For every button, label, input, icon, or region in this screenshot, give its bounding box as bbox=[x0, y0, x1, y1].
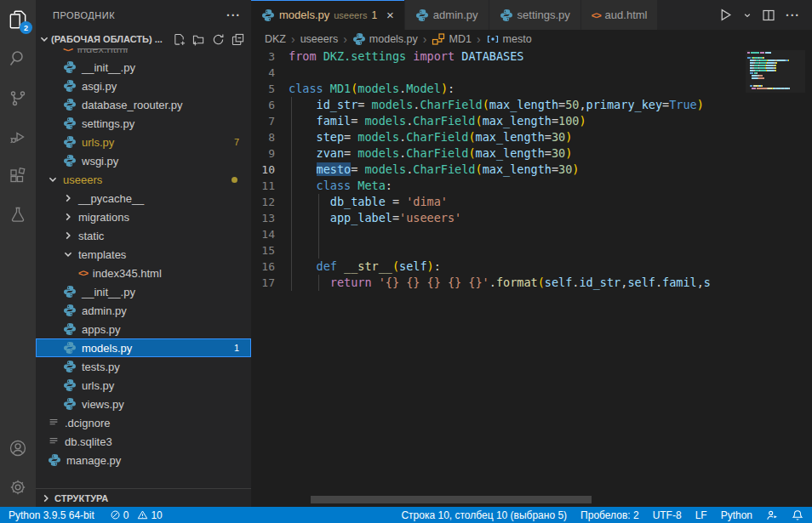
tree-item-admin-py[interactable]: admin.py bbox=[36, 301, 251, 320]
status-notifications[interactable] bbox=[792, 509, 803, 521]
new-file-button[interactable] bbox=[173, 33, 186, 46]
minimap-line bbox=[747, 70, 805, 71]
tree-item-label: db.sqlite3 bbox=[65, 435, 112, 448]
tab-settings-py[interactable]: settings.py bbox=[489, 0, 581, 30]
activity-explorer-button[interactable]: 2 bbox=[0, 0, 36, 39]
tab-admin-py[interactable]: admin.py bbox=[405, 0, 489, 30]
html-icon: <> bbox=[592, 10, 601, 20]
chevron-right-icon bbox=[41, 493, 51, 503]
run-button[interactable] bbox=[718, 8, 733, 22]
tab-aud-html[interactable]: <>aud.html bbox=[581, 0, 659, 30]
breadcrumb-item-useeers[interactable]: useeers bbox=[300, 33, 338, 45]
file-icon bbox=[48, 417, 60, 429]
tree-item-migrations[interactable]: migrations bbox=[36, 207, 251, 226]
activity-search-button[interactable] bbox=[0, 39, 36, 78]
code-line-7: 7 famil= models.CharField(max_length=100… bbox=[251, 113, 812, 129]
tree-item-apps-py[interactable]: apps.py bbox=[36, 320, 251, 338]
line-content: step= models.CharField(max_length=30) bbox=[289, 129, 572, 145]
error-count-label: 0 bbox=[123, 509, 129, 521]
indent-guide bbox=[291, 242, 292, 259]
tree-item-database-roouter-py[interactable]: database_roouter.py bbox=[36, 95, 251, 114]
tree-item-useeers[interactable]: useeers bbox=[36, 170, 251, 189]
collapse-all-button[interactable] bbox=[232, 33, 244, 46]
horizontal-scrollbar[interactable] bbox=[311, 496, 592, 503]
outline-section-header[interactable]: СТРУКТУРА bbox=[36, 488, 251, 507]
warning-count-label: 10 bbox=[151, 509, 162, 521]
python-icon bbox=[63, 341, 77, 355]
chevron-right-icon bbox=[63, 230, 73, 241]
breadcrumb-item-mesto[interactable]: mesto bbox=[486, 32, 532, 46]
tree-item-db-sqlite3[interactable]: db.sqlite3 bbox=[36, 432, 251, 451]
editor-group: models.pyuseeers1×admin.pysettings.py<>a… bbox=[251, 0, 812, 507]
tree-item-label: manage.py bbox=[66, 454, 121, 467]
status-eol[interactable]: LF bbox=[695, 509, 707, 521]
tree-item-templates[interactable]: templates bbox=[36, 245, 251, 264]
status-indentation[interactable]: Пробелов: 2 bbox=[580, 509, 639, 521]
activity-extensions-button[interactable] bbox=[0, 156, 36, 196]
tree-item-dcignore[interactable]: .dcignore bbox=[36, 413, 251, 432]
minimap-line bbox=[747, 65, 805, 66]
status-problems[interactable]: 010 bbox=[110, 509, 163, 521]
refresh-button[interactable] bbox=[212, 33, 225, 46]
problems-counts: 010 bbox=[110, 509, 163, 521]
tree-item-models-py[interactable]: models.py1 bbox=[36, 338, 251, 357]
tree-item-index345-html[interactable]: <>index345.html bbox=[36, 264, 251, 282]
code-line-4: 4 bbox=[251, 65, 812, 81]
error-icon bbox=[110, 509, 121, 520]
python-icon bbox=[415, 9, 429, 22]
status-cursor-position[interactable]: Строка 10, столбец 10 (выбрано 5) bbox=[401, 509, 567, 521]
code-line-3: 3from DKZ.settings import DATABASES bbox=[251, 48, 812, 65]
bell-icon bbox=[792, 509, 803, 521]
tab-models-py[interactable]: models.pyuseeers1× bbox=[251, 0, 405, 30]
status-encoding[interactable]: UTF-8 bbox=[653, 509, 682, 521]
activity-testing-button[interactable] bbox=[0, 196, 36, 235]
activity-settings-button[interactable] bbox=[0, 468, 36, 507]
line-content: class Meta: bbox=[289, 178, 392, 194]
workspace-section-label: (РАБОЧАЯ ОБЛАСТЬ) ... bbox=[51, 34, 163, 44]
more-actions-icon[interactable]: ··· bbox=[226, 9, 241, 22]
breadcrumb-item-models-py[interactable]: models.py bbox=[352, 32, 418, 46]
activity-account-button[interactable] bbox=[0, 429, 36, 468]
code-lines: 3from DKZ.settings import DATABASES45cla… bbox=[251, 48, 812, 291]
code-editor[interactable]: 3from DKZ.settings import DATABASES45cla… bbox=[251, 48, 812, 507]
tree-item-settings-py[interactable]: settings.py bbox=[36, 114, 251, 133]
tree-item-urls-py[interactable]: urls.py bbox=[36, 376, 251, 395]
tree-item-init-py[interactable]: __init__.py bbox=[36, 282, 251, 301]
status-language-mode[interactable]: Python bbox=[721, 509, 752, 521]
workspace-section-header[interactable]: (РАБОЧАЯ ОБЛАСТЬ) ... bbox=[36, 30, 251, 48]
split-editor-button[interactable] bbox=[762, 9, 775, 22]
new-folder-button[interactable] bbox=[192, 33, 205, 46]
line-number: 10 bbox=[251, 162, 289, 178]
tree-item-index-html[interactable]: <>index.html bbox=[36, 48, 251, 58]
indent-guide bbox=[318, 226, 319, 242]
status-feedback[interactable] bbox=[766, 509, 778, 521]
activity-source-control-button[interactable] bbox=[0, 78, 36, 117]
explorer-sidebar: ПРОВОДНИК ··· (РАБОЧАЯ ОБЛАСТЬ) ... <>in… bbox=[36, 0, 251, 507]
tree-item-pycache[interactable]: __pycache__ bbox=[36, 189, 251, 207]
status-python-interpreter[interactable]: Python 3.9.5 64-bit bbox=[9, 509, 94, 521]
minimap-line bbox=[747, 82, 805, 84]
activity-run-debug-button[interactable] bbox=[0, 117, 36, 156]
tree-item-init-py[interactable]: __init__.py bbox=[36, 58, 251, 77]
breadcrumb-item-dkz[interactable]: DKZ bbox=[265, 33, 286, 45]
line-number: 15 bbox=[251, 242, 289, 259]
tree-item-asgi-py[interactable]: asgi.py bbox=[36, 77, 251, 95]
cursor-position-label: Строка 10, столбец 10 (выбрано 5) bbox=[401, 509, 567, 521]
run-dropdown-chevron[interactable] bbox=[743, 11, 752, 20]
minimap[interactable] bbox=[746, 50, 805, 93]
breadcrumb-item-md1[interactable]: MD1 bbox=[432, 32, 471, 46]
code-line-17: 17 return '{} {} {} {} {}'.format(self.i… bbox=[251, 275, 812, 291]
tree-item-urls-py[interactable]: urls.py7 bbox=[36, 133, 251, 151]
code-line-9: 9 zvan= models.CharField(max_length=30) bbox=[251, 145, 812, 162]
tree-item-tests-py[interactable]: tests.py bbox=[36, 357, 251, 376]
activity-bar: 2 bbox=[0, 0, 36, 507]
outline-section-label: СТРУКТУРА bbox=[54, 493, 108, 503]
tree-item-static[interactable]: static bbox=[36, 226, 251, 245]
tree-item-wsgi-py[interactable]: wsgi.py bbox=[36, 151, 251, 170]
tree-item-views-py[interactable]: views.py bbox=[36, 395, 251, 413]
close-icon[interactable]: × bbox=[386, 9, 394, 21]
tree-item-manage-py[interactable]: manage.py bbox=[36, 451, 251, 469]
tab-label: aud.html bbox=[605, 9, 648, 21]
tabs: models.pyuseeers1×admin.pysettings.py<>a… bbox=[251, 0, 658, 30]
more-actions-icon[interactable]: ··· bbox=[786, 9, 800, 22]
